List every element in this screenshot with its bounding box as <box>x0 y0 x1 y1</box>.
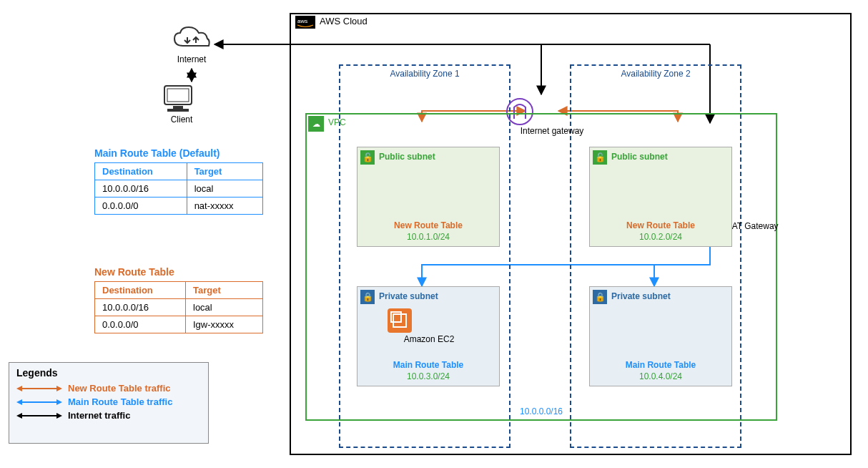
aws-icon: aws <box>295 16 315 29</box>
legends-title: Legends <box>16 367 201 379</box>
svg-rect-3 <box>167 109 189 112</box>
private-subnet-2-cidr: 10.0.4.0/24 <box>639 371 682 381</box>
private-subnet-1: 🔒 Private subnet Amazon EC2 Main Route T… <box>357 286 500 386</box>
vpc-label: VPC <box>328 117 346 127</box>
lock-open-icon: 🔓 <box>593 150 607 165</box>
svg-text:aws: aws <box>297 18 307 24</box>
internet-label: Internet <box>170 54 213 64</box>
lock-closed-icon: 🔒 <box>593 290 607 304</box>
table-row: 10.0.0.0/16 local <box>95 180 263 198</box>
col-target: Target <box>186 282 263 299</box>
vpc-cidr: 10.0.0.0/16 <box>520 406 563 416</box>
internet-node: Internet <box>170 24 213 67</box>
col-destination: Destination <box>95 282 186 299</box>
private-subnet-2-label: Private subnet <box>611 291 671 301</box>
private-subnet-2-rt: Main Route Table <box>626 360 696 370</box>
arrow-black-icon <box>16 412 62 419</box>
cloud-icon <box>170 24 213 53</box>
client-label: Client <box>160 114 203 125</box>
az1-label: Availability Zone 1 <box>390 69 459 79</box>
nat-label: NAT Gateway <box>726 221 790 231</box>
private-subnet-2: 🔒 Private subnet Main Route Table 10.0.4… <box>589 286 732 386</box>
public-subnet-2: 🔓 Public subnet New Route Table 10.0.2.0… <box>589 147 732 247</box>
legend-internet: Internet traffic <box>16 410 201 421</box>
new-route-table-title: New Route Table <box>94 266 174 278</box>
public-subnet-2-cidr: 10.0.2.0/24 <box>639 232 682 242</box>
aws-cloud-box: aws AWS Cloud Availability Zone 1 Availa… <box>290 13 852 455</box>
vpc-icon: ☁ <box>308 116 324 132</box>
public-subnet-1-rt: New Route Table <box>394 220 463 230</box>
svg-rect-2 <box>173 106 183 109</box>
table-row: 10.0.0.0/16 local <box>95 299 263 316</box>
vpc-box: ☁ VPC 10.0.0.0/16 NAT Gateway 🔓 Public s… <box>305 113 777 421</box>
legend-main-rt: Main Route Table traffic <box>16 396 201 407</box>
arrow-blue-icon <box>16 399 62 406</box>
public-subnet-1-label: Public subnet <box>379 152 435 162</box>
public-subnet-2-label: Public subnet <box>611 152 668 162</box>
legends-box: Legends New Route Table traffic Main Rou… <box>9 362 209 444</box>
table-header-row: Destination Target <box>95 282 263 299</box>
monitor-icon <box>160 83 196 114</box>
diagram-canvas: Internet Client aws AWS Cloud Availabili… <box>0 0 868 468</box>
ec2-node: Amazon EC2 <box>386 307 472 344</box>
arrow-orange-icon <box>16 385 62 392</box>
svg-rect-1 <box>167 89 189 102</box>
table-row: 0.0.0.0/0 Igw-xxxxx <box>95 316 263 333</box>
client-node: Client <box>160 83 203 125</box>
private-subnet-1-rt: Main Route Table <box>393 360 463 370</box>
col-destination: Destination <box>95 163 187 180</box>
aws-cloud-label: AWS Cloud <box>320 16 368 26</box>
public-subnet-1: 🔓 Public subnet New Route Table 10.0.1.0… <box>357 147 500 247</box>
legend-new-rt: New Route Table traffic <box>16 383 201 394</box>
lock-open-icon: 🔓 <box>360 150 375 165</box>
table-header-row: Destination Target <box>95 163 263 180</box>
aws-header: aws AWS Cloud <box>291 14 850 30</box>
new-route-table: Destination Target 10.0.0.0/16 local 0.0… <box>94 281 263 333</box>
table-row: 0.0.0.0/0 nat-xxxxx <box>95 198 263 215</box>
main-route-table: Destination Target 10.0.0.0/16 local 0.0… <box>94 162 263 215</box>
main-route-table-title: Main Route Table (Default) <box>94 147 220 159</box>
ec2-label: Amazon EC2 <box>386 334 472 344</box>
public-subnet-2-rt: New Route Table <box>626 220 695 230</box>
col-target: Target <box>187 163 262 180</box>
az2-label: Availability Zone 2 <box>621 69 690 79</box>
private-subnet-1-label: Private subnet <box>379 291 438 301</box>
private-subnet-1-cidr: 10.0.3.0/24 <box>407 371 450 381</box>
ec2-icon <box>386 307 413 334</box>
lock-closed-icon: 🔒 <box>360 290 375 304</box>
public-subnet-1-cidr: 10.0.1.0/24 <box>407 232 450 242</box>
